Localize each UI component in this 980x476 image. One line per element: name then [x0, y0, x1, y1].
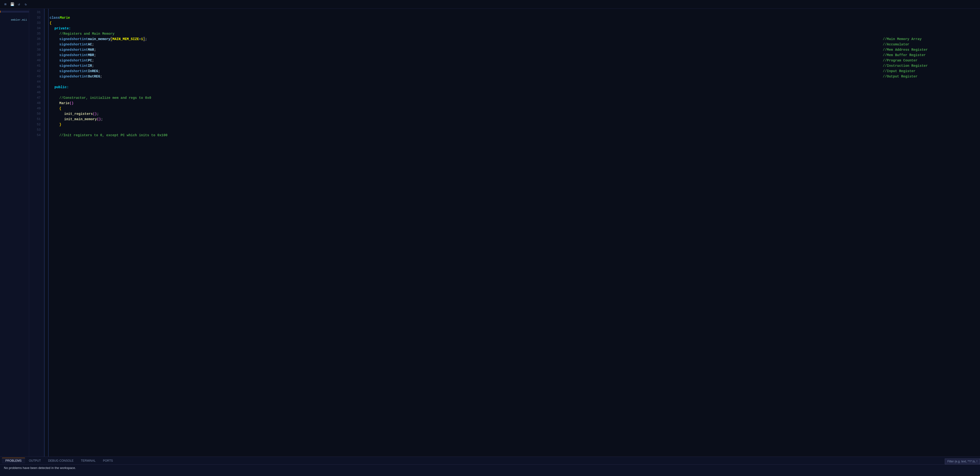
code-line-38: signed short int MAR ;	[49, 47, 878, 52]
comment-output-register: //Output Register	[883, 74, 975, 79]
kw-int-36: int	[82, 36, 88, 42]
code-line-46	[49, 90, 878, 95]
code-line-36: signed short int main_memory [ MAIN_MEM_…	[49, 36, 878, 42]
const-1: 1	[141, 36, 143, 42]
line-num-43: 43	[37, 74, 41, 79]
sidebar-filename[interactable]: embler.mii	[9, 17, 29, 22]
line-num-52: 52	[37, 122, 41, 127]
code-line-53	[49, 127, 878, 133]
code-line-54: //Init registers to 0, except PC which i…	[49, 133, 878, 138]
line-num-53: 53	[37, 127, 41, 133]
bracket-open-36: [	[110, 36, 112, 42]
semi-41: ;	[92, 63, 94, 68]
brace-open-49: {	[59, 106, 61, 111]
kw-int-40: int	[82, 58, 88, 63]
kw-int-37: int	[82, 42, 88, 47]
semi-37: ;	[92, 42, 94, 47]
code-line-35: //Registers and Main Memory	[49, 31, 878, 36]
bracket-close-36: ]	[143, 36, 145, 42]
kw-signed-41: signed	[59, 63, 72, 68]
kw-short-40: short	[72, 58, 82, 63]
code-line-52: }	[49, 122, 878, 127]
code-line-41: signed short int IR ;	[49, 63, 878, 68]
code-line-39: signed short int MBR ;	[49, 52, 878, 58]
code-line-40: signed short int PC ;	[49, 58, 878, 63]
line-num-46: 46	[37, 90, 41, 95]
keyword-private: private:	[54, 26, 71, 31]
code-line-47: //Constructor, initialize mem and regs t…	[49, 95, 878, 100]
kw-int-42: int	[82, 68, 88, 74]
code-line-42: signed short int InREG ;	[49, 68, 878, 74]
line-num-31: 31	[37, 10, 41, 15]
comment-constructor: //Constructor, initialize mem and regs t…	[59, 95, 151, 100]
line-num-38: 38	[37, 47, 41, 52]
line-num-41: 41	[37, 63, 41, 68]
code-line-43: signed short int OutREG ;	[49, 74, 878, 79]
new-file-icon[interactable]: ⊞	[3, 2, 8, 7]
line-num-44: 44	[37, 79, 41, 84]
tab-debug-console[interactable]: DEBUG CONSOLE	[45, 458, 77, 463]
comment-empty-32	[883, 15, 975, 21]
comment-init-regs: //Init registers to 0, except PC which i…	[59, 133, 167, 138]
comment-empty-34	[883, 26, 975, 31]
func-init-registers: init_registers	[64, 111, 93, 117]
kw-short-37: short	[72, 42, 82, 47]
func-init-main-memory: init_main_memory	[64, 117, 97, 122]
semi-43: ;	[100, 74, 102, 79]
filter-box[interactable]: Filter (e.g. text, **/*.ts, !	[945, 459, 980, 464]
varname-mbr: MBR	[88, 52, 94, 58]
tab-ports[interactable]: PORTS	[99, 458, 116, 463]
line-num-51: 51	[37, 117, 41, 122]
kw-int-39: int	[82, 52, 88, 58]
undo-icon[interactable]: ↺	[16, 2, 21, 7]
code-line-51: init_main_memory () ;	[49, 117, 878, 122]
line-num-37: 37	[37, 42, 41, 47]
keyword-public: public:	[54, 84, 69, 90]
comment-mem-buffer-register: //Mem Buffer Register	[883, 52, 975, 58]
panel-bottom: PROBLEMS OUTPUT DEBUG CONSOLE TERMINAL P…	[0, 457, 980, 476]
kw-signed-36: signed	[59, 36, 72, 42]
paren-marie: ()	[70, 100, 74, 106]
tab-terminal[interactable]: TERMINAL	[78, 458, 99, 463]
line-num-54: 54	[37, 133, 41, 138]
comment-main-memory-array: //Main Memory Array	[883, 36, 975, 42]
keyword-class: class	[49, 15, 60, 21]
tab-problems[interactable]: PROBLEMS	[2, 458, 25, 463]
code-line-45: public:	[49, 84, 878, 90]
editor-container: embler.mii 31 32 33 34 35 36 37 38 39 40…	[0, 9, 980, 457]
tab-output[interactable]: OUTPUT	[25, 458, 44, 463]
line-num-36: 36	[37, 36, 41, 42]
semi-51: ;	[101, 117, 103, 122]
kw-int-41: int	[82, 63, 88, 68]
code-line-49: {	[49, 106, 878, 111]
comment-empty-35	[883, 31, 975, 36]
line-num-49: 49	[37, 106, 41, 111]
comment-empty-31	[883, 10, 975, 15]
redo-icon[interactable]: ↻	[23, 2, 28, 7]
varname-ac: AC	[88, 42, 92, 47]
varname-pc: PC	[88, 58, 92, 63]
kw-short-41: short	[72, 63, 82, 68]
kw-short-39: short	[72, 52, 82, 58]
sidebar: embler.mii	[0, 9, 29, 457]
comment-mem-address-register: //Mem Address Register	[883, 47, 975, 52]
line-num-34: 34	[37, 26, 41, 31]
varname-outreg: OutREG	[88, 74, 100, 79]
const-main-mem-size: MAIN_MEM_SIZE	[112, 36, 139, 42]
sidebar-item-active[interactable]	[0, 11, 29, 13]
semi-42: ;	[98, 68, 100, 74]
comment-input-register: //Input Register	[883, 68, 975, 74]
line-num-40: 40	[37, 58, 41, 63]
code-line-32: class Marie	[49, 15, 878, 21]
brace-close-52: }	[59, 122, 61, 127]
varname-inreg: InREG	[88, 68, 98, 74]
code-line-33: {	[49, 21, 878, 26]
kw-int-43: int	[82, 74, 88, 79]
vertical-guide-2	[48, 9, 49, 457]
panel-tabs: PROBLEMS OUTPUT DEBUG CONSOLE TERMINAL P…	[0, 457, 980, 465]
code-line-34: private:	[49, 26, 878, 31]
code-area[interactable]: class Marie { private: //Registers and M…	[44, 9, 878, 457]
comment-accumulator: //Accumulator	[883, 42, 975, 47]
line-num-48: 48	[37, 100, 41, 106]
save-icon[interactable]: 💾	[10, 2, 14, 7]
